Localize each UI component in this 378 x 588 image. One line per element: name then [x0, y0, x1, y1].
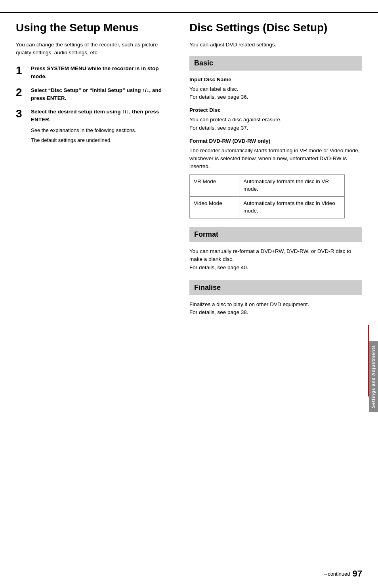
steps-list: 1 Press SYSTEM MENU while the recorder i…: [16, 65, 170, 144]
red-divider: [368, 325, 369, 396]
step-2-text: Select “Disc Setup” or “Initial Setup” u…: [31, 86, 170, 103]
step-1-text: Press SYSTEM MENU while the recorder is …: [31, 65, 170, 81]
continued-text: →continued: [323, 571, 350, 578]
left-column: Using the Setup Menus You can change the…: [0, 12, 181, 576]
subsection-input-disc-name: Input Disc Name You can label a disc.For…: [189, 76, 362, 101]
step-1-number: 1: [16, 65, 28, 77]
footer: →continued 97: [323, 568, 362, 580]
subsection-body-finalise: Finalizes a disc to play it on other DVD…: [189, 301, 362, 317]
section-finalise: Finalise Finalizes a disc to play it on …: [189, 280, 362, 317]
step-2-number: 2: [16, 86, 28, 99]
section-format: Format You can manually re-format a DVD+…: [189, 227, 362, 272]
step-3-sub2: The default settings are underlined.: [31, 136, 112, 144]
format-dvdrw-table: VR Mode Automatically formats the disc i…: [189, 174, 345, 218]
subsection-body-protect-disc: You can protect a disc against erasure.F…: [189, 116, 362, 132]
page-number: 97: [353, 568, 362, 580]
section-basic-header: Basic: [189, 56, 362, 71]
table-row: Video Mode Automatically formats the dis…: [189, 197, 344, 218]
right-title: Disc Settings (Disc Setup): [189, 21, 362, 34]
step-3-text: Select the desired setup item using ↑/↓,…: [31, 108, 170, 124]
subsection-title-protect-disc: Protect Disc: [189, 107, 362, 114]
table-cell-video-mode: Video Mode: [189, 197, 239, 218]
side-tab-wrapper: Settings and Adjustments: [369, 337, 378, 416]
step-3: 3 Select the desired setup item using ↑/…: [16, 108, 170, 144]
left-title: Using the Setup Menus: [16, 21, 170, 34]
table-cell-video-desc: Automatically formats the disc in Video …: [239, 197, 345, 218]
section-finalise-header: Finalise: [189, 280, 362, 295]
subsection-format-dvdrw: Format DVD-RW (DVD-RW only) The recorder…: [189, 138, 362, 218]
table-cell-vr-desc: Automatically formats the disc in VR mod…: [239, 175, 345, 197]
section-basic: Basic Input Disc Name You can label a di…: [189, 56, 362, 218]
step-1: 1 Press SYSTEM MENU while the recorder i…: [16, 65, 170, 81]
step-3-sub1: See the explanations in the following se…: [31, 126, 136, 134]
table-cell-vr-mode: VR Mode: [189, 175, 239, 197]
right-column: Disc Settings (Disc Setup) You can adjus…: [181, 12, 378, 576]
subsection-body-input-disc-name: You can label a disc.For details, see pa…: [189, 85, 362, 102]
subsection-title-input-disc-name: Input Disc Name: [189, 76, 362, 84]
table-row: VR Mode Automatically formats the disc i…: [189, 175, 344, 197]
left-intro: You can change the settings of the recor…: [16, 41, 170, 57]
subsection-body-format-dvdrw: The recorder automatically starts format…: [189, 147, 362, 171]
step-2: 2 Select “Disc Setup” or “Initial Setup”…: [16, 86, 170, 103]
subsection-body-format: You can manually re-format a DVD+RW, DVD…: [189, 247, 362, 272]
right-intro: You can adjust DVD related settings.: [189, 41, 362, 49]
subsection-title-format-dvdrw: Format DVD-RW (DVD-RW only): [189, 138, 362, 145]
section-format-header: Format: [189, 227, 362, 242]
subsection-protect-disc: Protect Disc You can protect a disc agai…: [189, 107, 362, 132]
step-3-number: 3: [16, 108, 28, 120]
side-tab: Settings and Adjustments: [369, 341, 378, 412]
